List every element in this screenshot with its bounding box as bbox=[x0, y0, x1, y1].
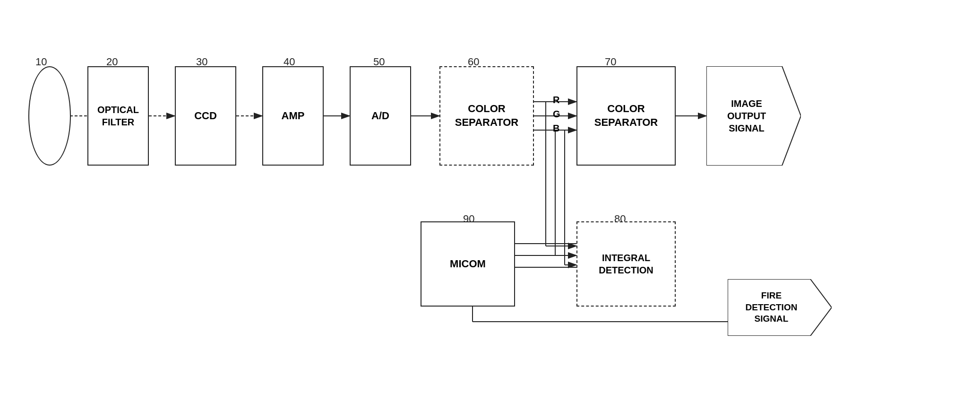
block-micom: MICOM bbox=[421, 221, 515, 307]
block-optical-filter: OPTICALFILTER bbox=[87, 66, 149, 166]
ellipse-camera bbox=[28, 66, 71, 166]
block-color-separator-1: COLORSEPARATOR bbox=[439, 66, 534, 166]
block-ad: A/D bbox=[350, 66, 411, 166]
block-ccd: CCD bbox=[175, 66, 236, 166]
pentagon-image-output: IMAGEOUTPUTSIGNAL bbox=[706, 66, 801, 166]
label-g: G bbox=[553, 109, 560, 120]
label-r: R bbox=[553, 95, 559, 105]
diagram: 10 20 OPTICALFILTER 30 CCD 40 AMP 50 A/D… bbox=[0, 0, 980, 395]
label-b: B bbox=[553, 123, 559, 134]
pentagon-fire-detection: FIREDETECTIONSIGNAL bbox=[728, 279, 832, 336]
block-integral-detection: INTEGRALDETECTION bbox=[576, 221, 676, 307]
block-amp: AMP bbox=[262, 66, 324, 166]
arrows-svg bbox=[0, 0, 980, 395]
block-color-separator-2: COLORSEPARATOR bbox=[576, 66, 676, 166]
label-10: 10 bbox=[35, 56, 47, 68]
